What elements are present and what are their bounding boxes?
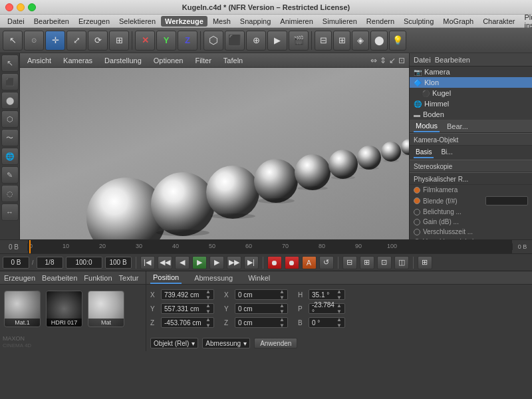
transport-extra2[interactable]: ⊞ <box>360 256 374 269</box>
toolbar-extra2[interactable]: ⊞ <box>333 31 350 51</box>
transport-prev-frame[interactable]: ◀ <box>175 256 190 269</box>
dropdown-objekt[interactable]: Objekt (Rel) ▾ <box>150 338 198 348</box>
transport-record2[interactable]: ⏺ <box>285 256 299 269</box>
menu-snapping[interactable]: Snapping <box>236 16 275 27</box>
toolbar-rotate-btn[interactable]: ⟳ <box>88 31 108 51</box>
left-btn-select[interactable]: ↖ <box>1 55 19 72</box>
scene-item-himmel[interactable]: 🌐 Himmel <box>410 98 532 109</box>
toolbar-scale-btn[interactable]: ⤢ <box>66 31 86 51</box>
transport-extra3[interactable]: ⊡ <box>377 256 392 269</box>
toolbar-extra4[interactable]: ⬤ <box>370 31 388 51</box>
props-tab-position[interactable]: Position <box>150 272 182 284</box>
transport-prev-key[interactable]: ◀◀ <box>158 256 172 269</box>
transport-field-frame1[interactable]: 0 B <box>3 257 29 269</box>
rp-field-blende[interactable] <box>485 196 528 205</box>
rp-tab-basis[interactable]: Basis <box>414 147 434 158</box>
toolbar-extra5[interactable]: 💡 <box>389 31 406 51</box>
toolbar-extra1[interactable]: ⊟ <box>315 31 332 51</box>
mat-menu-bearbeiten[interactable]: Bearbeiten <box>42 274 77 282</box>
toolbar-obj3[interactable]: ⊕ <box>246 31 266 51</box>
props-tab-abmessung[interactable]: Abmessung <box>192 273 235 283</box>
vp-menu-kameras[interactable]: Kameras <box>60 55 96 66</box>
scene-item-klon[interactable]: 🔷 Klon <box>410 77 532 88</box>
material-mat[interactable]: Mat <box>88 291 124 327</box>
props-tab-winkel[interactable]: Winkel <box>245 273 273 283</box>
prop-h-field[interactable]: 35.1 ° ▲▼ <box>309 289 345 300</box>
toolbar-y-btn[interactable]: Y <box>156 31 176 51</box>
transport-field-frame4[interactable]: 100 B <box>105 257 132 269</box>
prop-b-field[interactable]: 0 ° ▲▼ <box>309 317 345 328</box>
vp-icon-2[interactable]: ⇕ <box>380 56 386 65</box>
material-mat1[interactable]: Mat.1 <box>4 291 41 327</box>
transport-to-start[interactable]: |◀ <box>140 256 155 269</box>
left-btn-paint[interactable]: ✎ <box>1 166 19 184</box>
timeline-ruler[interactable]: 0 10 20 30 40 50 60 70 80 90 100 <box>28 240 512 253</box>
vp-icon-1[interactable]: ⇔ <box>370 56 377 65</box>
toolbar-transform-btn[interactable]: ⊞ <box>109 31 129 51</box>
transport-extra1[interactable]: ⊟ <box>342 256 357 269</box>
scene-item-kugel[interactable]: ⚫ Kugel <box>410 88 532 98</box>
toolbar-cam[interactable]: 🎬 <box>289 31 309 51</box>
toolbar-obj2[interactable]: ⬛ <box>225 31 245 51</box>
left-btn-scene[interactable]: 🌐 <box>1 148 19 165</box>
toolbar-z-btn[interactable]: Z <box>178 31 198 51</box>
maximize-button[interactable] <box>28 3 36 11</box>
transport-extra5[interactable]: ⊞ <box>418 256 432 269</box>
left-btn-arrow[interactable]: ↔ <box>1 203 19 221</box>
left-btn-cube[interactable]: ⬛ <box>1 73 19 90</box>
scene-item-kamera[interactable]: 📷 Kamera <box>410 66 532 77</box>
rp-tab-bear[interactable]: Bear... <box>445 121 470 132</box>
menu-mograph[interactable]: MoGraph <box>439 16 477 27</box>
menu-datei[interactable]: Datei <box>3 16 29 27</box>
transport-record[interactable]: ⏺ <box>267 256 282 269</box>
menu-rendern[interactable]: Rendern <box>362 16 398 27</box>
prop-ax-field[interactable]: 0 cm ▲▼ <box>235 289 288 300</box>
toolbar-extra3[interactable]: ◈ <box>352 31 369 51</box>
menu-simulieren[interactable]: Simulieren <box>319 16 361 27</box>
rp-tab-bi[interactable]: Bi... <box>439 147 454 158</box>
transport-next-frame[interactable]: ▶ <box>209 256 224 269</box>
prop-ay-field[interactable]: 0 cm ▲▼ <box>235 303 288 314</box>
left-btn-polygon[interactable]: ⬡ <box>1 110 19 128</box>
left-btn-sculpt[interactable]: ◌ <box>1 185 19 202</box>
apply-button[interactable]: Anwenden <box>254 338 297 348</box>
rp-tab-modus[interactable]: Modus <box>414 120 440 132</box>
material-hdri[interactable]: HDRI 017 <box>46 291 82 327</box>
vp-menu-tafeln[interactable]: Tafeln <box>220 55 246 66</box>
vp-icon-4[interactable]: ⊡ <box>398 56 405 65</box>
vp-icon-3[interactable]: ↙ <box>389 56 396 65</box>
toolbar-move-btn[interactable]: ✛ <box>45 31 65 51</box>
transport-field-frame3[interactable]: 100:0 <box>66 257 102 269</box>
transport-play[interactable]: ▶ <box>192 256 207 269</box>
left-btn-sphere[interactable]: ⬤ <box>1 92 19 109</box>
menu-mesh[interactable]: Mesh <box>209 16 235 27</box>
menu-selektieren[interactable]: Selektieren <box>115 16 160 27</box>
prop-x-field[interactable]: 739.492 cm ▲▼ <box>161 289 214 300</box>
vp-menu-filter[interactable]: Filter <box>192 55 214 66</box>
close-button[interactable] <box>5 3 13 11</box>
prop-az-field[interactable]: 0 cm ▲▼ <box>235 317 288 328</box>
3d-viewport[interactable] <box>20 68 409 239</box>
transport-auto[interactable]: A <box>302 256 317 269</box>
mat-menu-funktion[interactable]: Funktion <box>84 274 112 282</box>
toolbar-x-btn[interactable]: ✕ <box>135 31 155 51</box>
toolbar-obj1[interactable]: ⬡ <box>203 31 223 51</box>
left-btn-spline[interactable]: 〜 <box>1 129 19 146</box>
mat-menu-textur[interactable]: Textur <box>119 274 139 282</box>
transport-field-frame2[interactable]: 1/8 <box>37 257 63 269</box>
menu-animieren[interactable]: Animieren <box>276 16 317 27</box>
vp-menu-ansicht[interactable]: Ansicht <box>24 55 55 66</box>
menu-charakter[interactable]: Charakter <box>479 16 519 27</box>
prop-p-field[interactable]: -23.784 ° ▲▼ <box>309 303 345 314</box>
transport-loop[interactable]: ↺ <box>319 256 334 269</box>
vp-menu-darstellung[interactable]: Darstellung <box>101 55 145 66</box>
prop-y-field[interactable]: 557.331 cm ▲▼ <box>161 303 214 314</box>
scene-item-boden[interactable]: ▬ Boden <box>410 109 532 120</box>
dropdown-abmessung[interactable]: Abmessung ▾ <box>202 338 250 348</box>
toolbar-arrow-btn[interactable]: ↖ <box>3 31 23 51</box>
menu-erzeugen[interactable]: Erzeugen <box>74 16 114 27</box>
vp-menu-optionen[interactable]: Optionen <box>150 55 187 66</box>
toolbar-render[interactable]: ▶ <box>267 31 287 51</box>
transport-next-key[interactable]: ▶▶ <box>227 256 241 269</box>
minimize-button[interactable] <box>17 3 25 11</box>
